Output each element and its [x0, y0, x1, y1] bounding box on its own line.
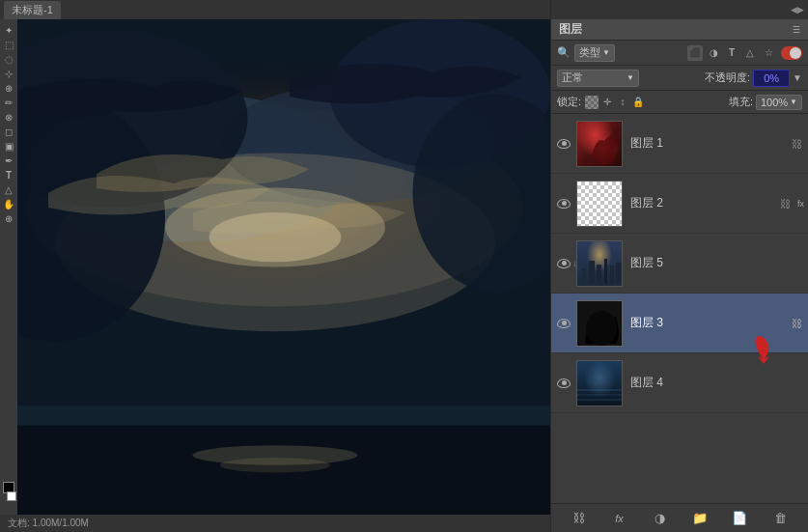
tool-brush[interactable]: ✏: [5, 98, 13, 108]
tool-move[interactable]: ✦: [5, 25, 13, 36]
fill-label: 填充:: [729, 95, 753, 109]
layer-thumbnail: [576, 300, 623, 347]
opacity-input[interactable]: 0%: [753, 70, 790, 87]
layers-list: 图层 1 ⛓ 图层 2 ⛓ fx: [551, 114, 808, 503]
filter-pixel-btn[interactable]: ⬛: [687, 45, 703, 61]
filter-icons: ⬛ ◑ T △ ☆: [687, 45, 802, 61]
tool-crop[interactable]: ⊹: [5, 69, 13, 79]
layer-visibility-eye[interactable]: [555, 315, 572, 332]
svg-rect-16: [582, 268, 586, 284]
layer-fx-icon[interactable]: fx: [797, 199, 804, 209]
lock-icons-group: ✛ ↕ 🔒: [585, 96, 645, 109]
layer-visibility-eye[interactable]: [555, 255, 572, 272]
tool-eyedrop[interactable]: ⊕: [5, 83, 13, 94]
filter-smart-btn[interactable]: ☆: [761, 45, 776, 61]
delete-layer-btn[interactable]: 🗑: [770, 509, 790, 528]
layer-visibility-eye[interactable]: [555, 195, 572, 212]
layer-thumbnail: [576, 181, 623, 227]
layers-title: 图层: [559, 21, 582, 38]
fx-btn[interactable]: fx: [609, 509, 628, 528]
svg-rect-19: [604, 259, 607, 284]
left-toolbar: ✦ ⬚ ◌ ⊹ ⊕ ✏ ⊗ ◻ ▣ ✒ T △ ✋ ⊕: [0, 19, 17, 515]
layer-chain-icon[interactable]: ⛓: [789, 316, 804, 331]
filter-text-btn[interactable]: T: [724, 45, 739, 61]
svg-rect-21: [616, 263, 622, 284]
new-layer-btn[interactable]: 📄: [730, 509, 749, 528]
tool-lasso[interactable]: ◌: [5, 54, 14, 65]
tool-eraser[interactable]: ◻: [5, 126, 13, 137]
new-group-btn[interactable]: 📁: [690, 509, 710, 528]
svg-rect-13: [0, 406, 550, 426]
canvas-section: 未标题-1: [0, 0, 550, 532]
collapse-icon[interactable]: ◀▶: [791, 5, 804, 14]
svg-point-15: [220, 458, 330, 472]
lock-artboard[interactable]: ↕: [616, 96, 629, 109]
layer-thumbnail: [576, 240, 623, 287]
layers-panel: ◀▶ 图层 ☰ 🔍 类型 ▼ ⬛ ◑ T △ ☆: [550, 0, 808, 532]
lock-label: 锁定:: [557, 95, 581, 109]
blend-opacity-row: 正常 ▼ 不透明度: 0% ▼: [551, 66, 808, 91]
list-item[interactable]: 图层 2 ⛓ fx: [551, 174, 808, 234]
list-item[interactable]: 图层 3 ⛓: [551, 294, 808, 353]
tool-zoom[interactable]: ⊕: [5, 213, 13, 224]
canvas-tab[interactable]: 未标题-1: [4, 1, 61, 19]
blend-mode-dropdown[interactable]: 正常 ▼: [557, 70, 639, 87]
tool-pen[interactable]: ✒: [5, 155, 13, 166]
svg-point-23: [586, 311, 617, 346]
layer-name: 图层 2: [627, 195, 774, 211]
svg-rect-17: [589, 261, 595, 284]
layers-bottom-bar: ⛓ fx ◑ 📁 📄 🗑: [551, 503, 808, 532]
search-icon: 🔍: [557, 46, 571, 59]
layer-thumbnail: [576, 360, 623, 406]
canvas-status-bar: 文档: 1.00M/1.00M: [0, 515, 550, 532]
opacity-arrow[interactable]: ▼: [793, 72, 802, 83]
layers-search-row: 🔍 类型 ▼ ⬛ ◑ T △ ☆: [551, 41, 808, 66]
filter-shape-btn[interactable]: △: [742, 45, 758, 61]
layer-name: 图层 1: [627, 135, 785, 152]
search-type-dropdown[interactable]: 类型 ▼: [574, 44, 615, 62]
fill-input[interactable]: 100% ▼: [756, 95, 802, 110]
svg-rect-18: [597, 265, 601, 284]
tool-text[interactable]: T: [6, 170, 12, 181]
lock-fill-row: 锁定: ✛ ↕ 🔒 填充: 100% ▼: [551, 91, 808, 114]
lock-position[interactable]: ✛: [600, 96, 614, 109]
layer-name: 图层 3: [627, 315, 785, 331]
lock-all[interactable]: 🔒: [631, 96, 645, 109]
lock-checkerboard[interactable]: [585, 96, 599, 109]
layer-thumbnail: [576, 121, 623, 167]
status-info: 文档: 1.00M/1.00M: [8, 517, 89, 530]
panel-collapse-top: ◀▶: [551, 0, 808, 19]
fill-section: 填充: 100% ▼: [729, 95, 802, 110]
layers-title-bar: 图层 ☰: [551, 19, 808, 41]
filter-toggle[interactable]: [781, 46, 802, 60]
background-color[interactable]: [7, 491, 16, 501]
layer-chain-icon[interactable]: ⛓: [789, 136, 804, 152]
layers-menu-btn[interactable]: ☰: [793, 25, 800, 35]
tool-select[interactable]: ⬚: [5, 40, 14, 50]
layer-visibility-eye[interactable]: [555, 135, 572, 153]
link-layers-btn[interactable]: ⛓: [570, 509, 589, 528]
tool-fill[interactable]: ▣: [5, 141, 14, 152]
layer-arrow-indicator: [750, 331, 789, 370]
layer-name: 图层 5: [627, 255, 804, 271]
canvas-image: ✦ ⬚ ◌ ⊹ ⊕ ✏ ⊗ ◻ ▣ ✒ T △ ✋ ⊕: [0, 19, 550, 515]
canvas-top-bar: 未标题-1: [0, 0, 550, 19]
opacity-label: 不透明度:: [705, 70, 750, 85]
tool-shape[interactable]: △: [5, 184, 13, 195]
opacity-section: 不透明度: 0% ▼: [705, 70, 802, 87]
filter-adjust-btn[interactable]: ◑: [706, 45, 721, 61]
svg-rect-20: [610, 266, 614, 284]
tool-hand[interactable]: ✋: [3, 199, 14, 210]
layer-chain-icon[interactable]: ⛓: [778, 196, 794, 211]
new-fill-btn[interactable]: ◑: [650, 509, 669, 528]
layer-name: 图层 4: [627, 375, 804, 391]
layer-visibility-eye[interactable]: [555, 375, 572, 392]
list-item[interactable]: 图层 1 ⛓: [551, 114, 808, 174]
tool-clone[interactable]: ⊗: [5, 112, 13, 123]
list-item[interactable]: ↓ 图层 5: [551, 234, 808, 294]
